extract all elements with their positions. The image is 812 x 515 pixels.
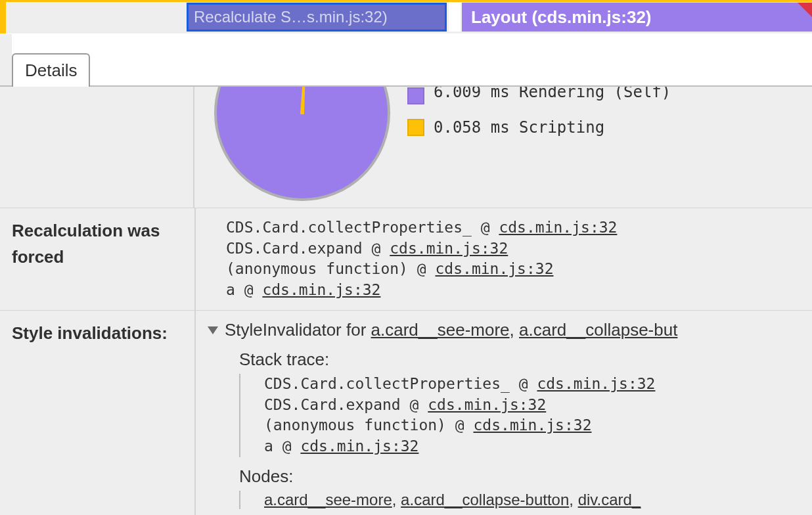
stack-fn: CDS.Card.collectProperties_ bbox=[264, 375, 510, 392]
stack-at: @ bbox=[273, 437, 301, 455]
invalidator-selector-link[interactable]: a.card__see-more bbox=[371, 320, 510, 340]
stack-line: a @ cds.min.js:32 bbox=[264, 436, 812, 457]
legend-swatch-rendering bbox=[407, 87, 424, 104]
stack-fn: CDS.Card.expand bbox=[226, 240, 363, 257]
time-breakdown-label-cell bbox=[0, 87, 194, 208]
node-selector-link[interactable]: a.card__collapse-button bbox=[401, 491, 569, 508]
stack-src-link[interactable]: cds.min.js:32 bbox=[428, 396, 546, 413]
stack-fn: a bbox=[226, 281, 235, 298]
recalculation-forced-value: CDS.Card.collectProperties_ @ cds.min.js… bbox=[194, 208, 812, 310]
tab-bar-gutter bbox=[0, 34, 12, 85]
stack-src-link[interactable]: cds.min.js:32 bbox=[300, 437, 418, 455]
flame-recalculate-style[interactable]: Recalculate S…s.min.js:32) bbox=[187, 3, 447, 32]
stack-fn: a bbox=[264, 437, 273, 455]
sep: , bbox=[569, 491, 577, 508]
pie-legend: 6.009 ms Rendering (Self) 0.058 ms Scrip… bbox=[407, 87, 671, 150]
invalidator-selector-link[interactable]: a.card__collapse-but bbox=[519, 320, 677, 340]
sep: , bbox=[392, 491, 401, 508]
stack-at: @ bbox=[401, 396, 428, 413]
pie-circle bbox=[214, 87, 390, 201]
legend-swatch-scripting bbox=[407, 119, 424, 136]
recalculation-forced-row: Recalculation was forced CDS.Card.collec… bbox=[0, 208, 812, 311]
legend-text-scripting: 0.058 ms Scripting bbox=[434, 118, 604, 137]
stack-src-link[interactable]: cds.min.js:32 bbox=[390, 240, 508, 257]
nodes-label: Nodes: bbox=[239, 466, 812, 487]
pie-slice-scripting bbox=[300, 87, 309, 114]
flame-layout[interactable]: Layout (cds.min.js:32) bbox=[462, 3, 812, 32]
style-invalidations-value: StyleInvalidator for a.card__see-more, a… bbox=[194, 311, 812, 515]
stack-src-link[interactable]: cds.min.js:32 bbox=[262, 281, 380, 298]
stack-fn: CDS.Card.collectProperties_ bbox=[226, 219, 472, 236]
stack-at: @ bbox=[363, 240, 390, 257]
stack-fn: (anonymous function) bbox=[264, 416, 446, 434]
time-breakdown-row: 6.009 ms Rendering (Self) 0.058 ms Scrip… bbox=[0, 87, 812, 208]
nodes-block: a.card__see-more, a.card__collapse-butto… bbox=[239, 491, 812, 509]
legend-text-rendering: 6.009 ms Rendering (Self) bbox=[434, 87, 671, 101]
time-breakdown-value-cell: 6.009 ms Rendering (Self) 0.058 ms Scrip… bbox=[194, 87, 812, 208]
stack-at: @ bbox=[510, 375, 537, 392]
style-invalidator-header[interactable]: StyleInvalidator for a.card__see-more, a… bbox=[208, 320, 812, 340]
stack-at: @ bbox=[408, 260, 436, 277]
style-invalidations-label: Style invalidations: bbox=[0, 311, 194, 515]
stack-src-link[interactable]: cds.min.js:32 bbox=[537, 375, 655, 392]
style-invalidations-row: Style invalidations: StyleInvalidator fo… bbox=[0, 311, 812, 515]
invalidator-prefix: StyleInvalidator for bbox=[225, 320, 371, 340]
details-tab-bar: Details bbox=[0, 34, 812, 87]
sep: , bbox=[510, 320, 519, 340]
stack-line: CDS.Card.expand @ cds.min.js:32 bbox=[226, 238, 812, 259]
stack-line: CDS.Card.collectProperties_ @ cds.min.js… bbox=[226, 217, 812, 238]
legend-item-rendering: 6.009 ms Rendering (Self) bbox=[407, 87, 671, 105]
stack-line: CDS.Card.collectProperties_ @ cds.min.js… bbox=[264, 374, 812, 395]
recalculation-forced-label: Recalculation was forced bbox=[0, 208, 194, 310]
tab-details[interactable]: Details bbox=[12, 53, 90, 87]
flame-fragment-left[interactable] bbox=[0, 2, 6, 34]
stack-at: @ bbox=[235, 281, 263, 298]
stack-trace-label: Stack trace: bbox=[239, 349, 812, 370]
stack-line: (anonymous function) @ cds.min.js:32 bbox=[226, 259, 812, 280]
pie-chart bbox=[214, 87, 390, 201]
stack-line: (anonymous function) @ cds.min.js:32 bbox=[264, 415, 812, 436]
stack-at: @ bbox=[446, 416, 474, 434]
stack-src-link[interactable]: cds.min.js:32 bbox=[436, 260, 554, 277]
node-selector-link[interactable]: div.card_ bbox=[578, 491, 641, 508]
stack-at: @ bbox=[472, 219, 499, 236]
stack-trace-block: CDS.Card.collectProperties_ @ cds.min.js… bbox=[239, 374, 812, 457]
stack-src-link[interactable]: cds.min.js:32 bbox=[499, 219, 617, 236]
disclosure-triangle-icon[interactable] bbox=[208, 326, 218, 334]
legend-item-scripting: 0.058 ms Scripting bbox=[407, 118, 671, 137]
flame-gap bbox=[449, 3, 461, 32]
stack-src-link[interactable]: cds.min.js:32 bbox=[474, 416, 592, 434]
stack-line: CDS.Card.expand @ cds.min.js:32 bbox=[264, 395, 812, 416]
flamegraph-row: Recalculate S…s.min.js:32) Layout (cds.m… bbox=[0, 0, 812, 34]
node-selector-link[interactable]: a.card__see-more bbox=[264, 491, 392, 508]
stack-fn: (anonymous function) bbox=[226, 260, 408, 277]
stack-line: a @ cds.min.js:32 bbox=[226, 280, 812, 301]
stack-fn: CDS.Card.expand bbox=[264, 396, 401, 413]
